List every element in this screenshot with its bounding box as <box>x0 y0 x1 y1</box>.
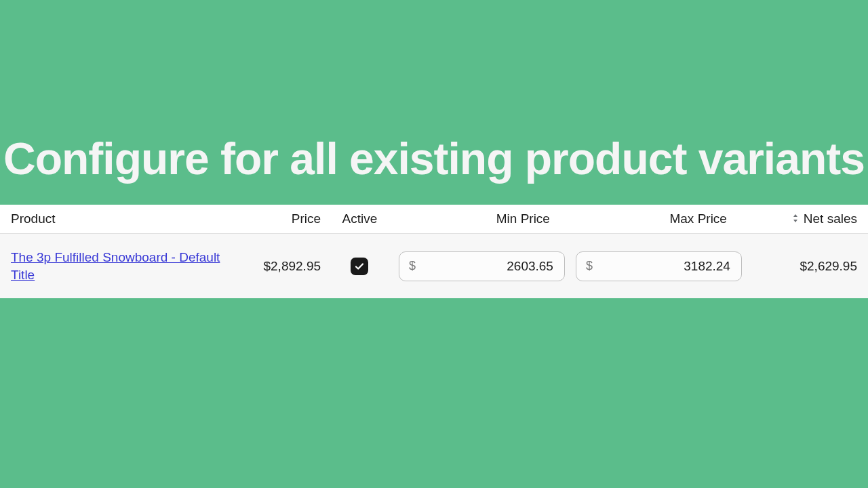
sort-icon[interactable] <box>791 215 802 226</box>
cell-price: $2,892.95 <box>239 233 326 298</box>
header-product[interactable]: Product <box>0 205 239 234</box>
cell-netsales: $2,629.95 <box>747 233 868 298</box>
maxprice-input-wrapper[interactable]: $ <box>576 251 742 281</box>
minprice-input-wrapper[interactable]: $ <box>399 251 565 281</box>
minprice-input[interactable] <box>421 259 564 274</box>
cell-active <box>326 233 393 298</box>
check-icon <box>354 261 365 272</box>
maxprice-input[interactable] <box>598 259 741 274</box>
table-row: The 3p Fulfilled Snowboard - Default Tit… <box>0 233 868 298</box>
cell-product: The 3p Fulfilled Snowboard - Default Tit… <box>0 233 239 298</box>
cell-minprice: $ <box>393 233 570 298</box>
header-price[interactable]: Price <box>239 205 326 234</box>
active-checkbox[interactable] <box>351 258 368 275</box>
product-link[interactable]: The 3p Fulfilled Snowboard - Default Tit… <box>11 249 233 283</box>
header-netsales[interactable]: Net sales <box>747 205 868 234</box>
header-netsales-label: Net sales <box>804 211 857 226</box>
currency-prefix: $ <box>399 259 421 273</box>
product-table-wrapper: Product Price Active Min Price Max Price… <box>0 205 868 298</box>
cell-maxprice: $ <box>570 233 747 298</box>
header-minprice[interactable]: Min Price <box>393 205 570 234</box>
hero-banner: Configure for all existing product varia… <box>0 0 868 205</box>
hero-title: Configure for all existing product varia… <box>0 134 868 184</box>
product-table: Product Price Active Min Price Max Price… <box>0 205 868 298</box>
header-active[interactable]: Active <box>326 205 393 234</box>
header-maxprice[interactable]: Max Price <box>570 205 747 234</box>
currency-prefix: $ <box>576 259 598 273</box>
